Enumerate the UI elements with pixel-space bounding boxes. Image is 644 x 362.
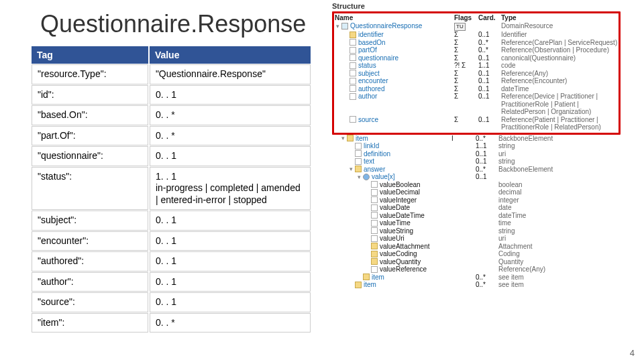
leaf-icon (350, 116, 356, 123)
tree-type: see item (498, 274, 621, 282)
leaf-icon (350, 70, 356, 76)
tree-label[interactable]: basedOn (358, 39, 386, 47)
tree-row: valueDecimaldecimal (332, 188, 621, 196)
tree-row: valueReferenceReference(Any) (332, 265, 621, 274)
tree-label: valueInteger (380, 196, 417, 204)
folder-icon (371, 251, 378, 257)
tree-name: authored (335, 85, 454, 93)
tag-cell: "source": (32, 292, 148, 312)
tree-name: ▾item (332, 135, 451, 143)
tree-label[interactable]: text (364, 158, 374, 166)
tree-type: date (498, 204, 621, 212)
tree-row: sourceΣ0..1Reference(Patient | Practitio… (335, 116, 618, 131)
tree-row: questionnaireΣ0..1canonical(Questionnair… (335, 54, 618, 62)
tree-label[interactable]: questionnaire (358, 54, 398, 62)
tree-type: BackboneElement (498, 135, 621, 143)
tree-name: text (332, 158, 451, 166)
value-cell: "Questionnaire.Response" (150, 64, 311, 84)
struct-header-card: Card. (478, 14, 501, 21)
tree-label[interactable]: linkId (364, 142, 379, 150)
tree-type: decimal (498, 188, 621, 196)
tree-flags: Σ (454, 54, 478, 62)
leaf-icon (350, 54, 356, 61)
tree-row: encounterΣ0..1Reference(Encounter) (335, 77, 618, 85)
tree-card: 0..1 (478, 85, 501, 93)
tree-label[interactable]: definition (364, 150, 390, 158)
tree-name: definition (332, 150, 451, 158)
tree-row: definition0..1uri (332, 150, 621, 158)
tree-row: subjectΣ0..1Reference(Any) (335, 70, 618, 78)
tree-row: valueTimetime (332, 219, 621, 227)
twist-icon: ▾ (356, 174, 362, 180)
tree-name: valueString (332, 227, 451, 235)
tree-type: string (498, 158, 621, 166)
tag-cell: "id": (32, 85, 148, 105)
tree-type: dateTime (501, 85, 618, 93)
leaf-icon (371, 227, 378, 234)
tree-row: identifierΣ0..1Identifier (335, 31, 618, 39)
value-cell: 0. . 1 (150, 210, 311, 231)
tree-type: Reference(Encounter) (501, 77, 618, 85)
tree-card: 0..1 (478, 70, 501, 78)
tree-label[interactable]: source (358, 116, 378, 124)
tree-row: valueCodingCoding (332, 250, 621, 258)
tree-label[interactable]: authored (358, 85, 384, 93)
tree-type: string (498, 142, 621, 150)
tree-label[interactable]: author (358, 93, 377, 101)
tree-name: valueTime (332, 219, 451, 227)
tree-label: valueTime (380, 219, 411, 227)
tree-flags: Σ (454, 85, 478, 93)
tree-flags: Σ (454, 116, 478, 124)
tag-cell: "based.On": (32, 105, 148, 125)
tree-name: encounter (335, 77, 454, 85)
tree-label[interactable]: item (364, 281, 376, 289)
res-icon (341, 23, 348, 29)
tree-card: 0..* (476, 281, 498, 289)
tree-type: canonical(Questionnaire) (501, 54, 618, 62)
tree-label[interactable]: value[x] (372, 173, 394, 181)
tree-name: valueReference (332, 265, 451, 274)
tree-name: valueDate (332, 204, 451, 212)
leaf-icon (350, 39, 356, 46)
tree-name: valueCoding (332, 250, 451, 258)
tree-type: DomainResource (501, 22, 618, 30)
tree-label[interactable]: identifier (358, 31, 384, 39)
tree-label[interactable]: status (358, 62, 376, 70)
tree-name: valueQuantity (332, 258, 451, 266)
table-row: "source":0. . 1 (32, 292, 311, 312)
leaf-icon (355, 150, 362, 157)
table-header-value: Value (150, 46, 311, 64)
tree-label[interactable]: item (356, 135, 368, 143)
folder-icon (347, 135, 354, 141)
tree-label[interactable]: answer (364, 166, 385, 174)
tree-card: 0..1 (476, 173, 498, 181)
twist-icon: ▾ (348, 166, 354, 172)
tree-flags: Σ (454, 31, 478, 39)
tree-type: boolean (498, 181, 621, 189)
tag-cell: "questionnaire": (32, 146, 148, 166)
leaf-icon (371, 204, 378, 211)
tree-row: item0..*see item (332, 274, 621, 282)
table-row: "part.Of":0. . * (32, 126, 311, 146)
tree-row: valueAttachmentAttachment (332, 243, 621, 251)
tree-flags: Σ (454, 46, 478, 54)
tree-label[interactable]: QuestionnaireResponse (350, 22, 422, 30)
tree-name: source (335, 116, 454, 124)
tree-card: 0..* (476, 274, 498, 282)
tree-label[interactable]: item (372, 274, 384, 282)
leaf-icon (350, 47, 356, 54)
tree-name: ▾value[x] (332, 173, 451, 181)
tree-flags: Σ (454, 93, 478, 101)
tree-flags: ?! Σ (454, 62, 478, 70)
tree-row: valueBooleanboolean (332, 181, 621, 189)
tree-type: Reference(CarePlan | ServiceRequest) (501, 39, 618, 47)
tree-card: 0..1 (476, 158, 498, 166)
tree-row: linkId1..1string (332, 142, 621, 150)
tree-row: authoredΣ0..1dateTime (335, 85, 618, 93)
tree-label[interactable]: subject (358, 70, 380, 78)
folder-icon (350, 32, 356, 38)
tree-label[interactable]: partOf (358, 46, 377, 54)
tree-label[interactable]: encounter (358, 77, 388, 85)
tree-card: 0..1 (478, 116, 501, 124)
tree-row: valueQuantityQuantity (332, 258, 621, 266)
